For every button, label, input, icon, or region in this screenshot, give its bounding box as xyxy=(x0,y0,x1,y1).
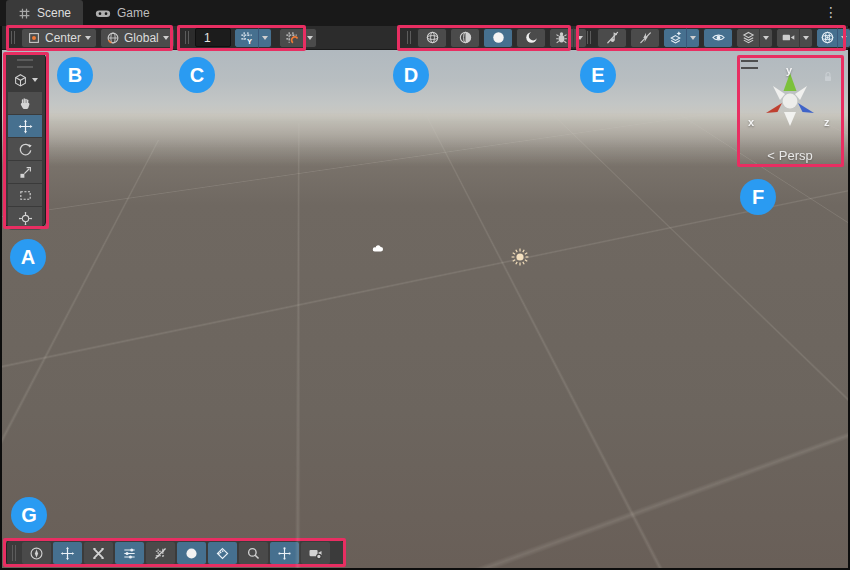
axis-x-label[interactable]: x xyxy=(748,116,754,128)
move-cross-icon xyxy=(60,546,75,561)
transform-overlay-toggle-button[interactable] xyxy=(270,542,299,564)
callout-d: D xyxy=(393,57,429,93)
game-gamepad-icon xyxy=(95,7,111,20)
layers-dropdown[interactable] xyxy=(759,28,773,48)
tool-settings-toggle-button[interactable] xyxy=(84,542,113,564)
grid-slash-icon xyxy=(153,546,168,561)
snap-increment-button[interactable]: Y xyxy=(234,28,258,48)
wireframe-sphere-button[interactable] xyxy=(417,28,447,48)
orientation-overlay: y x z < Persp xyxy=(738,58,842,162)
audio-mute-icon xyxy=(605,30,620,45)
rect-tool[interactable] xyxy=(8,184,42,207)
cross-dots-icon xyxy=(277,546,292,561)
view-hand-tool[interactable] xyxy=(8,92,42,115)
callout-a: A xyxy=(10,239,46,275)
tools-toggle-button[interactable] xyxy=(53,542,82,564)
scene-viewport[interactable] xyxy=(2,50,848,568)
pivot-icon xyxy=(27,31,41,45)
crescent-circle-icon xyxy=(524,30,539,45)
gizmos-button[interactable] xyxy=(816,28,837,48)
orientation-toggle-button[interactable] xyxy=(22,542,51,564)
snap-increment-input[interactable] xyxy=(195,28,231,47)
camera-overlay-toggle-button[interactable] xyxy=(301,542,330,564)
axis-y-label[interactable]: y xyxy=(786,64,792,76)
scene-visibility-button[interactable] xyxy=(703,28,733,48)
drag-handle[interactable] xyxy=(185,31,189,44)
pivot-mode-dropdown[interactable]: Center xyxy=(21,28,97,48)
drag-handle[interactable] xyxy=(12,545,16,561)
scene-grid-icon xyxy=(18,7,31,20)
tool-settings-x-icon xyxy=(91,546,106,561)
tool-context-dropdown[interactable] xyxy=(5,71,45,89)
callout-e: E xyxy=(580,57,616,93)
chevron-down-icon xyxy=(763,36,769,40)
rect-tool-icon xyxy=(18,188,33,203)
handle-orientation-label: Global xyxy=(124,31,159,45)
chevron-down-icon xyxy=(262,36,268,40)
chevron-down-icon xyxy=(85,36,91,40)
snap-increment-dropdown[interactable] xyxy=(258,28,272,48)
grid-snapping-button[interactable] xyxy=(279,28,303,48)
handle-orientation-dropdown[interactable]: Global xyxy=(100,28,175,48)
rotate-tool[interactable] xyxy=(8,138,42,161)
camera-icon xyxy=(781,30,796,45)
move-icon xyxy=(18,119,33,134)
horizon-fog xyxy=(2,114,848,166)
scale-tool[interactable] xyxy=(8,161,42,184)
more-menu-icon[interactable]: ⋮ xyxy=(824,3,838,21)
search-settings-toggle-button[interactable] xyxy=(115,542,144,564)
shaded-mode-button[interactable] xyxy=(483,28,513,48)
object-gizmo-icon[interactable] xyxy=(371,242,385,254)
drag-handle[interactable] xyxy=(741,60,758,69)
camera-settings-dropdown[interactable] xyxy=(799,28,813,48)
compass-icon xyxy=(29,546,44,561)
axis-z-label[interactable]: z xyxy=(824,116,830,128)
search-overlay-toggle-button[interactable] xyxy=(239,542,268,564)
transform-tool[interactable] xyxy=(8,207,42,230)
grid-snapping-compound xyxy=(279,28,317,48)
tab-scene[interactable]: Scene xyxy=(6,0,83,26)
drag-handle[interactable] xyxy=(587,31,591,44)
move-tool[interactable] xyxy=(8,115,42,138)
audio-mute-button[interactable] xyxy=(597,28,627,48)
tab-game-label: Game xyxy=(117,6,150,20)
crescent-mode-button[interactable] xyxy=(516,28,546,48)
chevron-down-icon xyxy=(803,36,809,40)
layers-button[interactable] xyxy=(736,28,759,48)
scene-fx-layers-icon xyxy=(668,30,683,45)
filled-circle-icon xyxy=(491,30,506,45)
scene-fx-dropdown[interactable] xyxy=(686,28,700,48)
scene-fx-button[interactable] xyxy=(663,28,686,48)
grid-snap-toggle-button[interactable] xyxy=(146,542,175,564)
drag-handle[interactable] xyxy=(11,31,15,44)
tools-overlay xyxy=(4,53,46,227)
layers-stack-icon xyxy=(741,30,756,45)
projection-label: Persp xyxy=(779,148,813,163)
callout-b: B xyxy=(57,57,93,93)
grid-snapping-dropdown[interactable] xyxy=(303,28,317,48)
debug-draw-button[interactable] xyxy=(549,28,573,48)
unity-editor-scene-window: Scene Game ⋮ Center xyxy=(0,0,850,570)
scene-orientation-gizmo[interactable] xyxy=(758,70,822,130)
diamond-dots-icon xyxy=(215,546,230,561)
chevron-down-icon xyxy=(690,36,696,40)
callout-f: F xyxy=(740,179,776,215)
snap-increment-compound: Y xyxy=(234,28,272,48)
directional-light-gizmo-icon[interactable] xyxy=(509,246,531,268)
camera-settings-button[interactable] xyxy=(776,28,799,48)
grid-snap-overlay: Y xyxy=(182,26,317,49)
tab-scene-label: Scene xyxy=(37,6,71,20)
drag-handle[interactable] xyxy=(17,59,33,68)
projection-toggle[interactable]: < Persp xyxy=(738,148,842,163)
effects-mute-button[interactable] xyxy=(630,28,660,48)
tab-game[interactable]: Game xyxy=(83,0,162,26)
scene-toggles-toggle-button[interactable] xyxy=(208,542,237,564)
lock-icon[interactable] xyxy=(822,70,834,83)
view-options-toggle-button[interactable] xyxy=(177,542,206,564)
scene-toggles-overlay xyxy=(584,26,850,49)
overlays-toolbar xyxy=(6,540,345,566)
gizmos-dropdown[interactable] xyxy=(837,28,850,48)
drag-handle[interactable] xyxy=(407,31,411,44)
globe-icon xyxy=(106,31,120,45)
shaded-sphere-button[interactable] xyxy=(450,28,480,48)
